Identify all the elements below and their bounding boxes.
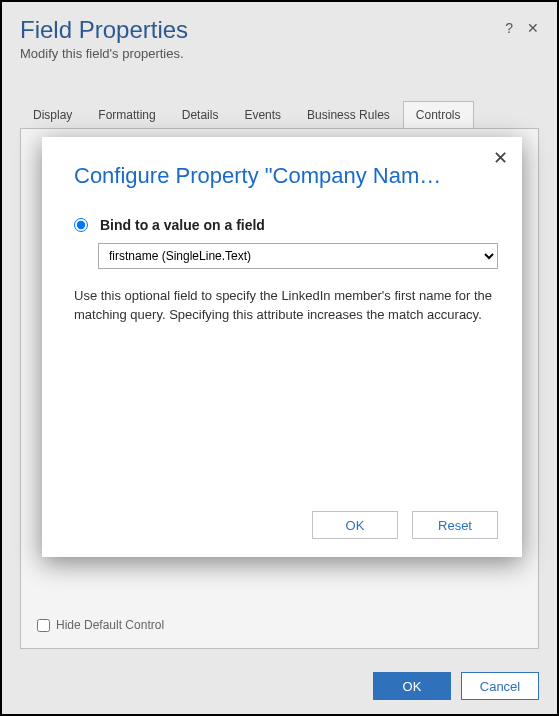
dialog-description: Use this optional field to specify the L… xyxy=(66,287,498,325)
tab-events[interactable]: Events xyxy=(231,101,294,128)
hide-default-control-row[interactable]: Hide Default Control xyxy=(37,618,164,632)
window-controls: ? ✕ xyxy=(505,16,539,36)
tabs-bar: Display Formatting Details Events Busine… xyxy=(20,101,539,129)
window-footer: OK Cancel xyxy=(373,672,539,700)
hide-default-control-checkbox[interactable] xyxy=(37,619,50,632)
window-subtitle: Modify this field's properties. xyxy=(20,46,188,61)
hide-default-control-label: Hide Default Control xyxy=(56,618,164,632)
window-title: Field Properties xyxy=(20,16,188,44)
tab-business-rules[interactable]: Business Rules xyxy=(294,101,403,128)
dialog-title: Configure Property "Company Nam… xyxy=(66,163,486,189)
bind-to-field-label: Bind to a value on a field xyxy=(100,217,265,233)
tab-controls[interactable]: Controls xyxy=(403,101,474,128)
window-ok-button[interactable]: OK xyxy=(373,672,451,700)
field-select[interactable]: firstname (SingleLine.Text) xyxy=(98,243,498,269)
dialog-reset-button[interactable]: Reset xyxy=(412,511,498,539)
dialog-footer: OK Reset xyxy=(66,511,498,539)
bind-to-field-radio-row[interactable]: Bind to a value on a field xyxy=(66,217,498,233)
tab-formatting[interactable]: Formatting xyxy=(85,101,168,128)
configure-property-dialog: ✕ Configure Property "Company Nam… Bind … xyxy=(42,137,522,557)
tab-details[interactable]: Details xyxy=(169,101,232,128)
window-titles: Field Properties Modify this field's pro… xyxy=(20,16,188,61)
tab-display[interactable]: Display xyxy=(20,101,85,128)
bind-to-field-radio[interactable] xyxy=(74,218,88,232)
field-select-row: firstname (SingleLine.Text) xyxy=(66,243,498,269)
window-cancel-button[interactable]: Cancel xyxy=(461,672,539,700)
window-close-icon[interactable]: ✕ xyxy=(527,20,539,36)
dialog-ok-button[interactable]: OK xyxy=(312,511,398,539)
window-header: Field Properties Modify this field's pro… xyxy=(20,16,539,61)
dialog-close-icon[interactable]: ✕ xyxy=(493,149,508,167)
help-icon[interactable]: ? xyxy=(505,20,513,36)
